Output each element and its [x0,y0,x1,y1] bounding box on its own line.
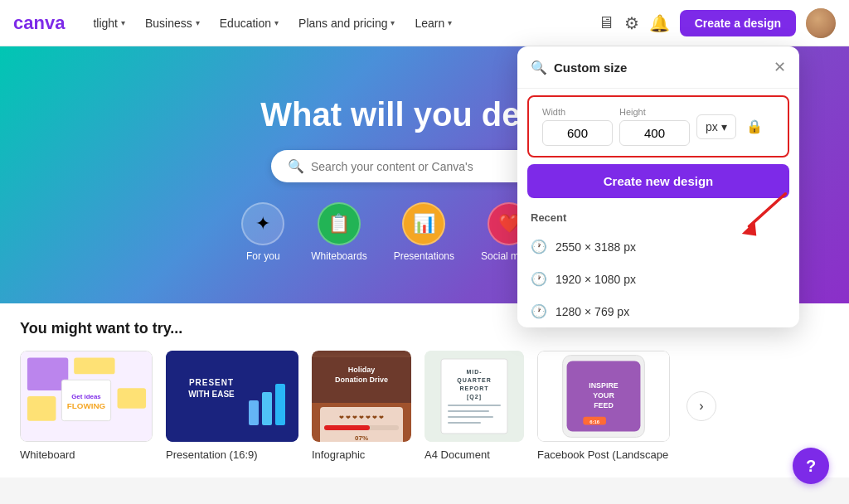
presentation-icon: 📊 [402,202,445,245]
template-facebook[interactable]: INSPIRE YOUR FEED 6:16 Facebook Post (La… [537,351,670,461]
custom-size-dropdown: 🔍 Custom size ✕ Width Height px ▾ 🔒 Crea… [517,46,799,327]
svg-rect-31 [448,416,493,418]
svg-text:PRESENT: PRESENT [189,378,234,387]
svg-text:[Q2]: [Q2] [467,394,482,400]
unit-selector[interactable]: px ▾ [696,114,736,139]
svg-text:REPORT: REPORT [459,385,488,391]
category-whiteboards[interactable]: 📋 Whiteboards [311,202,366,262]
recent-label: Recent [517,208,799,230]
category-presentations[interactable]: 📊 Presentations [394,202,454,262]
svg-rect-3 [27,396,56,421]
chevron-down-icon: ▾ [721,120,727,133]
nav-items: tlight ▾ Business ▾ Education ▾ Plans an… [85,12,597,35]
dropdown-header: 🔍 Custom size ✕ [517,46,799,89]
svg-rect-12 [262,392,272,425]
presentation-label: Presentation (16:9) [166,448,298,461]
svg-text:MID-: MID- [466,369,482,375]
templates-row: Get ideas FLOWING Whiteboard PRESENT WIT… [20,351,829,461]
height-input[interactable] [619,120,690,146]
next-arrow-button[interactable]: › [686,391,716,421]
height-label: Height [619,107,690,117]
monitor-icon[interactable]: 🖥 [598,13,614,32]
nav-right: 🖥 ⚙ 🔔 Create a design [598,8,836,38]
height-group: Height [619,107,690,146]
navbar: canva tlight ▾ Business ▾ Education ▾ Pl… [0,0,849,46]
clock-icon: 🕐 [531,271,547,287]
nav-item-plans[interactable]: Plans and pricing ▾ [290,12,403,35]
bell-icon[interactable]: 🔔 [649,13,670,33]
whiteboard-icon: 📋 [318,202,361,245]
width-label: Width [542,107,613,117]
svg-text:QUARTER: QUARTER [457,377,492,384]
svg-rect-32 [448,422,481,424]
template-whiteboard[interactable]: Get ideas FLOWING Whiteboard [20,351,153,461]
recent-item-0[interactable]: 🕐 2550 × 3188 px [517,230,799,263]
size-inputs-row: Width Height px ▾ 🔒 [527,95,789,158]
svg-text:❤ ❤ ❤ ❤ ❤ ❤ ❤: ❤ ❤ ❤ ❤ ❤ ❤ ❤ [339,414,384,420]
close-icon[interactable]: ✕ [774,58,786,76]
chevron-down-icon: ▾ [121,18,125,27]
facebook-thumb: INSPIRE YOUR FEED 6:16 [537,351,670,442]
help-button[interactable]: ? [793,448,829,484]
search-icon: 🔍 [288,158,304,174]
svg-text:FEED: FEED [594,401,614,410]
svg-text:YOUR: YOUR [593,391,614,400]
chevron-down-icon: ▾ [391,18,395,27]
svg-rect-2 [74,358,114,375]
svg-rect-7 [118,388,147,409]
svg-rect-21 [324,425,370,430]
search-icon: 🔍 [531,60,547,75]
presentation-thumb: PRESENT WITH EASE [166,351,298,442]
svg-rect-13 [275,384,285,425]
template-infographic[interactable]: Holiday Donation Drive ❤ ❤ ❤ ❤ ❤ ❤ ❤ 07%… [312,351,411,461]
recent-size-2: 1280 × 769 px [555,305,629,318]
svg-rect-30 [448,410,489,412]
nav-item-education[interactable]: Education ▾ [211,12,287,35]
svg-rect-11 [249,400,259,425]
recent-size-0: 2550 × 3188 px [555,240,636,254]
svg-text:6:16: 6:16 [589,419,600,424]
chevron-down-icon: ▾ [196,18,200,27]
nav-item-business[interactable]: Business ▾ [137,12,208,35]
a4-thumb: MID- QUARTER REPORT [Q2] [424,351,524,442]
facebook-label: Facebook Post (Landscape [537,448,670,461]
nav-item-tlight[interactable]: tlight ▾ [85,12,133,35]
nav-item-learn[interactable]: Learn ▾ [406,12,460,35]
gear-icon[interactable]: ⚙ [624,13,639,33]
recent-item-2[interactable]: 🕐 1280 × 769 px [517,295,799,327]
width-group: Width [542,107,613,146]
category-for-you[interactable]: ✦ For you [241,202,284,262]
whiteboard-label: Whiteboard [20,448,153,461]
logo: canva [13,12,65,34]
template-a4[interactable]: MID- QUARTER REPORT [Q2] A4 Document [424,351,524,461]
infographic-label: Infographic [312,448,411,461]
create-design-button[interactable]: Create a design [680,10,796,36]
svg-text:FLOWING: FLOWING [67,401,106,410]
a4-label: A4 Document [424,448,524,461]
svg-text:INSPIRE: INSPIRE [589,381,619,390]
svg-text:Donation Drive: Donation Drive [335,376,388,384]
dropdown-title: Custom size [554,61,767,75]
infographic-thumb: Holiday Donation Drive ❤ ❤ ❤ ❤ ❤ ❤ ❤ 07% [312,351,411,442]
whiteboard-thumb: Get ideas FLOWING [20,351,153,442]
unit-label: px [706,120,718,133]
svg-text:Holiday: Holiday [348,366,376,374]
templates-section: You might want to try... Get ideas FLOWI… [0,303,849,477]
svg-text:WITH EASE: WITH EASE [188,390,235,399]
template-presentation[interactable]: PRESENT WITH EASE Presentation (16:9) [166,351,298,461]
create-new-design-button[interactable]: Create new design [527,164,789,198]
recent-item-1[interactable]: 🕐 1920 × 1080 px [517,263,799,295]
svg-text:Get ideas: Get ideas [71,393,101,400]
clock-icon: 🕐 [531,239,547,254]
chevron-down-icon: ▾ [448,18,452,27]
svg-rect-29 [448,405,501,406]
recent-size-1: 1920 × 1080 px [555,273,636,286]
avatar[interactable] [806,8,836,38]
svg-text:07%: 07% [355,434,368,442]
width-input[interactable] [542,120,613,146]
chevron-down-icon: ▾ [274,18,279,27]
sparkle-icon: ✦ [241,202,284,245]
lock-icon[interactable]: 🔒 [743,115,766,138]
clock-icon: 🕐 [531,303,547,319]
